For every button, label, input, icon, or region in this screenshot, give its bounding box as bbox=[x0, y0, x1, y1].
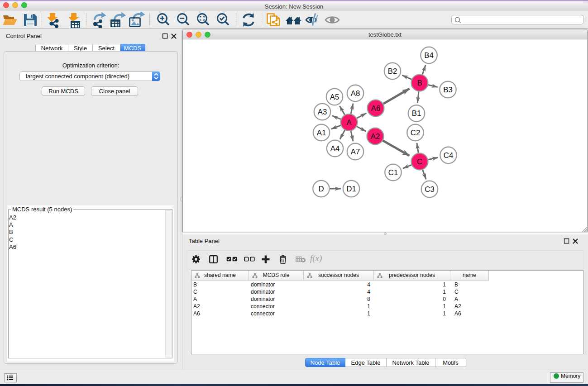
svg-text:B3: B3 bbox=[443, 86, 453, 94]
svg-text:A5: A5 bbox=[330, 93, 339, 101]
svg-text:A4: A4 bbox=[330, 144, 340, 153]
svg-text:B: B bbox=[417, 79, 422, 87]
svg-text:D: D bbox=[318, 185, 324, 193]
svg-text:C2: C2 bbox=[411, 129, 420, 137]
svg-text:A3: A3 bbox=[318, 108, 327, 116]
svg-text:A8: A8 bbox=[351, 89, 360, 98]
svg-text:A2: A2 bbox=[371, 132, 380, 141]
svg-text:A1: A1 bbox=[317, 129, 326, 137]
svg-text:B2: B2 bbox=[388, 67, 397, 76]
svg-text:D1: D1 bbox=[346, 185, 356, 193]
svg-text:A6: A6 bbox=[371, 104, 381, 113]
svg-text:C1: C1 bbox=[388, 168, 398, 177]
svg-text:A7: A7 bbox=[351, 148, 360, 156]
svg-text:B1: B1 bbox=[412, 109, 421, 118]
svg-text:C4: C4 bbox=[444, 151, 453, 160]
svg-text:A: A bbox=[346, 118, 352, 127]
svg-text:C: C bbox=[417, 157, 422, 166]
svg-text:B4: B4 bbox=[424, 51, 434, 60]
svg-text:C3: C3 bbox=[425, 185, 434, 194]
